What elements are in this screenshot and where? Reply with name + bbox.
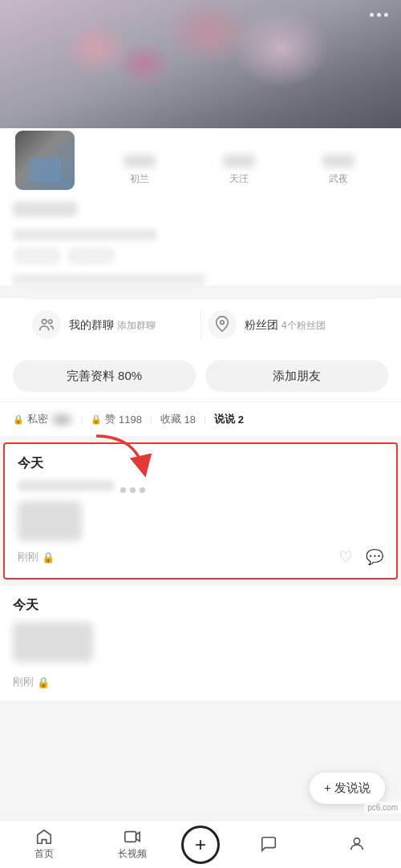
nav-home-label: 首页 bbox=[34, 847, 54, 861]
post-stats[interactable]: 说说 2 bbox=[206, 412, 252, 426]
post-content-1 bbox=[18, 480, 383, 541]
profile-area: 初兰 天汪 武夜 bbox=[0, 128, 401, 285]
post-time-1: 刚刚 🔒 bbox=[18, 550, 55, 564]
stat-label-2: 天汪 bbox=[192, 172, 286, 186]
like-icon-1[interactable]: ♡ bbox=[338, 547, 353, 567]
float-add-button[interactable]: + 发说说 bbox=[310, 773, 385, 804]
bottom-nav: 首页 长视频 + bbox=[0, 820, 401, 868]
svg-point-0 bbox=[43, 320, 47, 325]
nav-home[interactable]: 首页 bbox=[0, 828, 88, 861]
dot2 bbox=[377, 13, 381, 17]
post-footer-1: 刚刚 🔒 ♡ 💬 bbox=[18, 547, 383, 567]
avatar-stats: 初兰 天汪 武夜 bbox=[90, 148, 388, 192]
section-gap-1 bbox=[0, 436, 401, 442]
post-time-2: 刚刚 🔒 bbox=[13, 675, 50, 689]
complete-profile-button[interactable]: 完善资料 80% bbox=[13, 360, 196, 392]
stat-value-2 bbox=[223, 155, 255, 168]
stat-value-3 bbox=[322, 155, 354, 168]
nav-long-video[interactable]: 长视频 bbox=[88, 828, 176, 861]
red-arrow bbox=[80, 428, 160, 484]
home-icon bbox=[35, 828, 53, 846]
bottom-blur bbox=[13, 274, 205, 285]
avatar-row: 初兰 天汪 武夜 bbox=[13, 128, 388, 192]
float-add-label: + 发说说 bbox=[324, 781, 371, 796]
svg-point-1 bbox=[48, 320, 52, 324]
fan-group-icon bbox=[208, 310, 237, 339]
lock-icon-post-1: 🔒 bbox=[42, 551, 55, 563]
post-actions-1: ♡ 💬 bbox=[338, 547, 383, 567]
nav-plus[interactable]: + bbox=[176, 826, 225, 864]
post-content-2 bbox=[13, 622, 388, 668]
fan-group-subtitle: 4个粉丝团 bbox=[282, 320, 326, 331]
plus-circle[interactable]: + bbox=[181, 826, 220, 864]
social-row: 我的群聊 添加群聊 粉丝团 4个粉丝团 bbox=[26, 298, 375, 350]
bio-blur bbox=[13, 229, 157, 240]
fan-group-title: 粉丝团 bbox=[245, 318, 278, 331]
private-count: 22 bbox=[51, 414, 72, 426]
svg-point-2 bbox=[220, 321, 224, 325]
add-friend-button[interactable]: 添加朋友 bbox=[205, 360, 388, 392]
stat-label-1: 初兰 bbox=[93, 172, 186, 186]
post-count: 2 bbox=[238, 414, 244, 426]
post-card-1: 今天 刚刚 🔒 ♡ 💬 bbox=[3, 442, 398, 579]
fan-group-item[interactable]: 粉丝团 4个粉丝团 bbox=[200, 310, 376, 339]
post-label: 说说 bbox=[214, 412, 235, 426]
tag-row bbox=[13, 247, 388, 264]
video-icon bbox=[124, 828, 141, 846]
post-footer-2: 刚刚 🔒 bbox=[13, 675, 388, 689]
collect-label: 收藏 bbox=[160, 412, 181, 426]
post-text-area-1 bbox=[18, 480, 383, 541]
post-dots bbox=[120, 487, 145, 493]
post-date-2: 今天 bbox=[13, 597, 388, 614]
private-label: 私密 bbox=[27, 412, 48, 426]
stat-item-2[interactable]: 天汪 bbox=[189, 148, 289, 192]
tag-2 bbox=[67, 247, 115, 264]
collect-stats[interactable]: 收藏 18 bbox=[152, 412, 204, 426]
svg-rect-4 bbox=[125, 832, 136, 842]
nav-long-video-label: 长视频 bbox=[118, 847, 147, 861]
group-chat-title: 我的群聊 bbox=[69, 318, 114, 331]
comment-icon-1[interactable]: 💬 bbox=[366, 548, 383, 566]
action-row: 完善资料 80% 添加朋友 bbox=[0, 350, 401, 402]
post-dot-3 bbox=[140, 487, 145, 493]
lock-icon-private: 🔒 bbox=[13, 414, 24, 425]
like-label: 赞 bbox=[105, 412, 115, 426]
stat-label-3: 武夜 bbox=[292, 172, 385, 186]
group-chat-item[interactable]: 我的群聊 添加群聊 bbox=[26, 310, 200, 339]
post-card-2: 今天 刚刚 🔒 bbox=[0, 586, 401, 700]
lock-icon-like: 🔒 bbox=[91, 414, 102, 425]
post-text-area-2 bbox=[13, 622, 388, 668]
post-time-text-1: 刚刚 bbox=[18, 550, 38, 564]
like-stats[interactable]: 🔒 赞 1198 bbox=[83, 412, 150, 426]
group-chat-icon bbox=[32, 310, 61, 339]
dot3 bbox=[384, 13, 388, 17]
fan-group-text: 粉丝团 4个粉丝团 bbox=[245, 317, 326, 333]
tag-1 bbox=[13, 247, 61, 264]
private-stats[interactable]: 🔒 私密 22 bbox=[13, 412, 80, 426]
post-thumb-2 bbox=[13, 622, 93, 662]
group-chat-text: 我的群聊 添加群聊 bbox=[69, 317, 156, 333]
dot1 bbox=[370, 13, 374, 17]
post-date-1: 今天 bbox=[18, 455, 383, 472]
stat-item-3[interactable]: 武夜 bbox=[289, 148, 388, 192]
nav-item-5[interactable] bbox=[313, 835, 401, 854]
svg-point-5 bbox=[354, 838, 359, 843]
like-count: 1198 bbox=[119, 414, 142, 426]
post-dot-1 bbox=[120, 487, 126, 493]
collect-count: 18 bbox=[184, 414, 196, 426]
avatar[interactable] bbox=[13, 128, 77, 192]
stat-item-1[interactable]: 初兰 bbox=[90, 148, 189, 192]
bottom-spacer bbox=[0, 700, 401, 765]
username-blur bbox=[13, 202, 77, 216]
watermark: pc6.com bbox=[364, 801, 401, 813]
username-row bbox=[13, 202, 388, 224]
post-dot-2 bbox=[130, 487, 136, 493]
section-gap-2 bbox=[0, 579, 401, 586]
nav-item-4[interactable] bbox=[225, 835, 313, 854]
group-chat-subtitle: 添加群聊 bbox=[117, 320, 156, 331]
profile-icon bbox=[348, 835, 366, 853]
stats-bar: 🔒 私密 22 | 🔒 赞 1198 | 收藏 18 | 说说 2 bbox=[0, 402, 401, 436]
message-icon bbox=[260, 835, 277, 853]
post-time-text-2: 刚刚 bbox=[13, 675, 34, 689]
more-options[interactable] bbox=[370, 13, 388, 17]
